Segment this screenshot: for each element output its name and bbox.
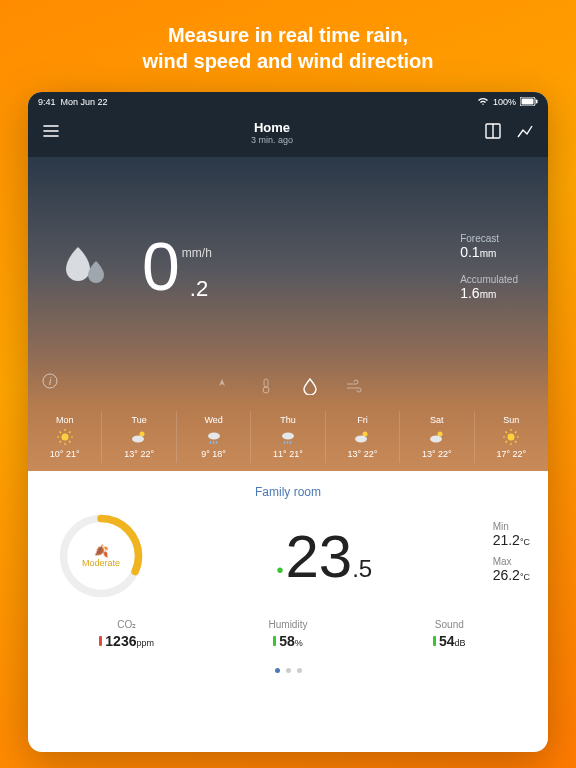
day-temps: 17° 22° [475, 449, 548, 459]
sound-bar [433, 636, 436, 646]
room-temp: • 23 .5 [276, 522, 372, 591]
co2-value: 1236 [105, 633, 136, 649]
svg-line-15 [69, 441, 71, 443]
sound-unit: dB [455, 638, 466, 648]
room-name[interactable]: Family room [46, 485, 530, 499]
humidity-label: Humidity [207, 619, 368, 630]
svg-point-19 [132, 436, 144, 443]
menu-button[interactable] [42, 122, 60, 144]
temp-min-value: 21.2 [493, 532, 520, 548]
day-name: Wed [177, 415, 250, 425]
forecast-day[interactable]: Tue13° 22° [101, 411, 175, 463]
sound-label: Sound [369, 619, 530, 630]
metric-sound[interactable]: Sound 54dB [369, 619, 530, 649]
location-title[interactable]: Home [60, 120, 484, 135]
day-temps: 13° 22° [326, 449, 399, 459]
day-temps: 9° 18° [177, 449, 250, 459]
hero-panel: 0 mm/h .2 Forecast 0.1mm Accumulated 1.6… [28, 157, 548, 405]
day-name: Mon [28, 415, 101, 425]
svg-line-38 [515, 441, 517, 443]
rain-big: 0 [142, 232, 180, 300]
svg-point-28 [363, 432, 368, 437]
forecast-day[interactable]: Sun17° 22° [474, 411, 548, 463]
svg-point-18 [140, 432, 145, 437]
temp-big: 23 [285, 522, 352, 591]
forecast-day[interactable]: Fri13° 22° [325, 411, 399, 463]
last-updated: 3 min. ago [60, 135, 484, 145]
weather-icon [251, 428, 324, 446]
leaf-icon: 🍂 [82, 544, 120, 558]
marketing-tagline: Measure in real time rain,wind speed and… [0, 0, 576, 92]
day-name: Tue [102, 415, 175, 425]
weather-icon [475, 428, 548, 446]
humidity-value: 58 [279, 633, 295, 649]
accumulated-label: Accumulated [460, 274, 518, 285]
tab-wind[interactable] [213, 377, 231, 395]
accumulated-unit: mm [480, 289, 497, 300]
rain-icon [58, 239, 114, 295]
svg-line-16 [59, 441, 61, 443]
accumulated-value: 1.6 [460, 285, 479, 301]
status-bar: 9:41 Mon Jun 22 100% [28, 92, 548, 112]
tab-rain[interactable] [301, 377, 319, 395]
svg-point-30 [437, 432, 442, 437]
forecast-day[interactable]: Thu11° 21° [250, 411, 324, 463]
forecast-day[interactable]: Wed9° 18° [176, 411, 250, 463]
forecast-value: 0.1 [460, 244, 479, 260]
co2-unit: ppm [136, 638, 154, 648]
day-name: Sat [400, 415, 473, 425]
status-date: Mon Jun 22 [61, 97, 108, 107]
air-quality-level: Moderate [82, 558, 120, 568]
week-forecast[interactable]: Mon10° 21°Tue13° 22°Wed9° 18°Thu11° 21°F… [28, 405, 548, 471]
svg-line-27 [290, 441, 291, 444]
battery-pct: 100% [493, 97, 516, 107]
air-quality-gauge[interactable]: 🍂 Moderate [46, 511, 156, 601]
svg-line-21 [210, 441, 211, 444]
temp-max-unit: °C [520, 572, 530, 582]
wifi-icon [477, 96, 489, 108]
weather-icon [102, 428, 175, 446]
metric-humidity[interactable]: Humidity 58% [207, 619, 368, 649]
svg-point-9 [61, 434, 68, 441]
forecast-day[interactable]: Sat13° 22° [399, 411, 473, 463]
status-time: 9:41 [38, 97, 56, 107]
room-card: Family room 🍂 Moderate • 23 .5 [28, 471, 548, 695]
day-temps: 13° 22° [400, 449, 473, 459]
svg-point-29 [355, 436, 367, 443]
chart-button[interactable] [516, 122, 534, 144]
rain-unit: mm/h [182, 246, 212, 260]
tab-temperature[interactable] [257, 377, 275, 395]
svg-point-20 [208, 433, 220, 440]
svg-line-22 [213, 441, 214, 444]
svg-line-17 [69, 432, 71, 434]
temp-min-label: Min [493, 521, 530, 532]
metric-co2[interactable]: CO₂ 1236ppm [46, 619, 207, 649]
forecast-day[interactable]: Mon10° 21° [28, 411, 101, 463]
svg-point-24 [282, 433, 294, 440]
top-bar: Home 3 min. ago [28, 112, 548, 157]
svg-line-26 [287, 441, 288, 444]
svg-rect-7 [264, 379, 268, 387]
day-temps: 11° 21° [251, 449, 324, 459]
svg-line-14 [59, 432, 61, 434]
info-button[interactable]: i [42, 373, 58, 393]
co2-bar [99, 636, 102, 646]
rain-frac: .2 [190, 276, 208, 302]
temp-max-value: 26.2 [493, 567, 520, 583]
temp-min-unit: °C [520, 537, 530, 547]
temp-frac: .5 [352, 555, 372, 583]
forecast-unit: mm [480, 248, 497, 259]
temp-trend-dot: • [276, 559, 283, 582]
layout-toggle-button[interactable] [484, 122, 502, 144]
day-temps: 13° 22° [102, 449, 175, 459]
forecast-label: Forecast [460, 233, 518, 244]
page-dots[interactable] [46, 653, 530, 687]
svg-rect-2 [536, 99, 538, 103]
weather-icon [28, 428, 101, 446]
svg-line-23 [216, 441, 217, 444]
svg-line-37 [506, 432, 508, 434]
co2-label: CO₂ [46, 619, 207, 630]
day-name: Thu [251, 415, 324, 425]
temp-max-label: Max [493, 556, 530, 567]
tab-air[interactable] [345, 377, 363, 395]
